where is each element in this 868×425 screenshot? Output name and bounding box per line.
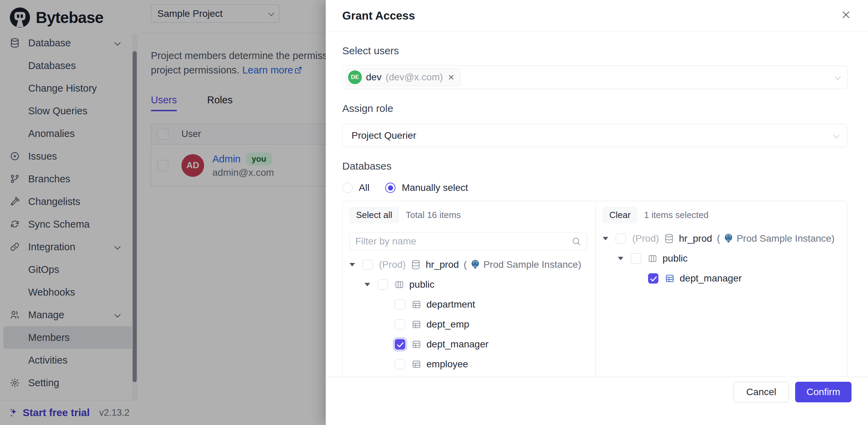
chip-user-email: (dev@x.com) [386, 72, 443, 83]
tree-row[interactable]: dept_manager [395, 334, 587, 354]
role-select-value: Project Querier [352, 130, 416, 141]
checkbox[interactable] [395, 359, 405, 369]
source-tree: (Prod) hr_prod ( Prod Sample Instance) p… [349, 255, 587, 374]
tree-row[interactable]: dept_emp [395, 314, 587, 334]
assign-role-label: Assign role [342, 103, 847, 114]
filter-placeholder: Filter by name [355, 236, 416, 247]
radio-all-label: All [359, 182, 369, 193]
radio-all[interactable]: All [342, 182, 369, 193]
close-icon[interactable] [839, 8, 853, 22]
tree-row[interactable]: (Prod) hr_prod ( Prod Sample Instance) [349, 255, 587, 275]
caret-expanded-icon[interactable] [365, 283, 370, 286]
table-name: department [426, 299, 475, 310]
table-name: dept_emp [426, 319, 469, 330]
picker-selected-pane: Clear 1 items selected (Prod) hr_prod ( [596, 201, 847, 377]
checkbox[interactable] [363, 260, 373, 270]
dialog-footer: Cancel Confirm [326, 377, 868, 425]
databases-label: Databases [342, 160, 847, 172]
radio-icon[interactable] [342, 183, 353, 193]
grant-access-dialog: Grant Access Select users DE dev (dev@x.… [326, 0, 868, 425]
tree-row[interactable]: dept_manager [648, 268, 839, 288]
tree-row[interactable]: public [618, 249, 839, 268]
database-scope-radios: All Manually select [342, 182, 847, 193]
selected-count-label: 1 items selected [644, 210, 709, 220]
dialog-title: Grant Access [342, 9, 415, 22]
table-name: dept_manager [680, 273, 742, 284]
checkbox-checked[interactable] [395, 339, 405, 349]
avatar: DE [348, 70, 362, 84]
db-name: hr_prod [679, 233, 712, 244]
radio-manual-label: Manually select [402, 182, 468, 193]
checkbox[interactable] [395, 299, 405, 310]
dialog-body: Select users DE dev (dev@x.com) Assign r… [326, 32, 868, 377]
postgres-icon [723, 233, 734, 244]
role-select[interactable]: Project Querier [342, 124, 847, 147]
cancel-button[interactable]: Cancel [734, 382, 789, 402]
select-users-label: Select users [342, 45, 847, 57]
dialog-header: Grant Access [326, 0, 868, 32]
schema-name: public [663, 253, 688, 264]
picker-source-pane: Select all Total 16 items Filter by name… [343, 201, 596, 377]
chevron-down-icon[interactable] [835, 73, 841, 80]
chip-user-name: dev [366, 72, 381, 83]
tree-row[interactable]: (Prod) hr_prod ( Prod Sample Instance) [603, 229, 839, 249]
database-icon [664, 233, 674, 244]
total-items-label: Total 16 items [406, 210, 461, 220]
database-icon [411, 260, 421, 270]
remove-user-icon[interactable] [447, 73, 455, 81]
select-all-button[interactable]: Select all [349, 207, 399, 223]
tree-row[interactable]: public [365, 275, 587, 295]
database-picker: Select all Total 16 items Filter by name… [342, 201, 847, 377]
radio-manually-select[interactable]: Manually select [385, 182, 468, 193]
app-window: Bytebase Database Databases Change Histo… [0, 0, 868, 425]
postgres-icon [470, 259, 481, 270]
table-icon [411, 319, 422, 330]
env-prefix: (Prod) [632, 233, 659, 244]
table-icon [411, 299, 422, 310]
select-users-input[interactable]: DE dev (dev@x.com) [342, 66, 847, 89]
table-icon [411, 359, 422, 369]
table-icon [665, 273, 675, 284]
filter-input[interactable]: Filter by name [349, 232, 587, 251]
tree-row[interactable]: department [395, 295, 587, 314]
checkbox[interactable] [378, 279, 388, 290]
schema-icon [647, 253, 658, 264]
clear-button[interactable]: Clear [603, 207, 637, 223]
tree-row[interactable]: employee [395, 354, 587, 374]
caret-expanded-icon[interactable] [603, 237, 608, 240]
search-icon [571, 236, 581, 246]
table-icon [411, 339, 422, 349]
checkbox[interactable] [616, 233, 626, 244]
instance-name: Prod Sample Instance) [737, 233, 835, 244]
instance-name: Prod Sample Instance) [483, 259, 581, 270]
checkbox[interactable] [631, 253, 641, 264]
checkbox[interactable] [395, 319, 405, 330]
checkbox-checked[interactable] [648, 273, 658, 284]
selected-user-chip[interactable]: DE dev (dev@x.com) [346, 68, 460, 86]
env-prefix: (Prod) [379, 259, 406, 270]
table-name: dept_manager [426, 339, 489, 350]
schema-name: public [409, 279, 434, 290]
chevron-down-icon [833, 132, 839, 138]
radio-checked-icon[interactable] [385, 183, 396, 193]
table-name: employee [426, 359, 468, 370]
schema-icon [394, 279, 404, 290]
selected-tree: (Prod) hr_prod ( Prod Sample Instance) p… [603, 229, 839, 288]
confirm-button[interactable]: Confirm [795, 382, 852, 402]
caret-expanded-icon[interactable] [349, 263, 355, 266]
caret-expanded-icon[interactable] [618, 257, 623, 260]
db-name: hr_prod [426, 259, 459, 270]
